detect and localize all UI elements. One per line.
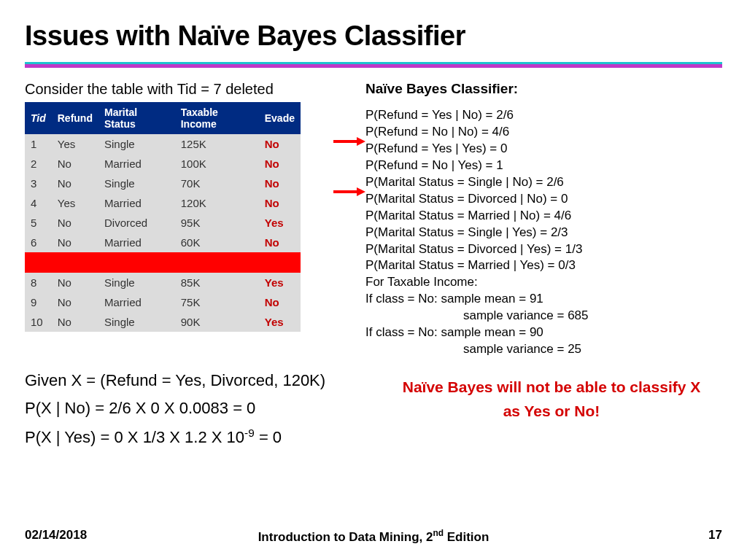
p-yes-exp: -9 [244,427,255,439]
footer: 02/14/2018 Introduction to Data Mining, … [25,528,722,542]
col-tid: Tid [25,102,52,134]
p-yes-suffix: = 0 [255,428,282,446]
nbc-heading: Naïve Bayes Classifier: [365,81,716,97]
table-row: 6NoMarried60KNo [25,233,301,252]
title-divider [25,62,722,68]
prob-line: P(Refund = No | No) = 4/6 [365,124,716,141]
left-column: Consider the table with Tid = 7 deleted … [25,81,346,332]
svg-marker-1 [357,137,365,146]
p-yes-prefix: P(X | Yes) = 0 X 1/3 X 1.2 X 10 [25,428,244,446]
prob-line: P(Marital Status = Divorced | Yes) = 1/3 [365,241,716,258]
prob-line: P(Marital Status = Single | Yes) = 2/3 [365,225,716,241]
p-yes-line: P(X | Yes) = 0 X 1/3 X 1.2 X 10-9 = 0 [25,427,725,447]
table-row: 8NoSingle85KYes [25,273,301,292]
col-marital: Marital Status [98,102,175,134]
prob-line: P(Refund = Yes | No) = 2/6 [365,107,716,124]
data-table: Tid Refund Marital Status Taxable Income… [25,102,301,332]
prob-line: If class = No: sample mean = 91 [365,291,716,308]
table-row [25,252,301,273]
prob-line: sample variance = 685 [365,308,716,324]
warning-text: Naïve Bayes will not be able to classify… [395,376,708,423]
table-row: 5NoDivorced95KYes [25,213,301,233]
col-income: Taxable Income [175,102,259,134]
table-row: 10NoSingle90KYes [25,312,301,332]
table-row: 9NoMarried75KNo [25,292,301,312]
col-evade: Evade [259,102,301,134]
col-refund: Refund [52,102,98,134]
prob-line: P(Marital Status = Married | Yes) = 0/3 [365,257,716,274]
prob-line: For Taxable Income: [365,274,716,291]
svg-marker-3 [357,187,365,196]
slide-title: Issues with Naïve Bayes Classifier [25,20,722,52]
lead-text: Consider the table with Tid = 7 deleted [25,81,346,98]
arrow-icon [333,187,365,197]
table-row: 3NoSingle70KNo [25,174,301,193]
table-row: 2NoMarried100KNo [25,154,301,174]
prob-line: P(Refund = No | Yes) = 1 [365,158,716,174]
table-row: 4YesMarried120KNo [25,193,301,213]
probability-list: P(Refund = Yes | No) = 2/6P(Refund = No … [365,107,716,358]
right-column: Naïve Bayes Classifier: P(Refund = Yes |… [365,81,716,358]
arrow-icon [333,136,365,147]
prob-line: P(Marital Status = Married | No) = 4/6 [365,208,716,225]
prob-line: P(Marital Status = Single | No) = 2/6 [365,174,716,191]
prob-line: sample variance = 25 [365,341,716,358]
table-row: 1YesSingle125KNo [25,134,301,154]
prob-line: P(Marital Status = Divorced | No) = 0 [365,191,716,208]
footer-book: Introduction to Data Mining, 2nd Edition [25,528,722,545]
prob-line: If class = No: sample mean = 90 [365,324,716,341]
prob-line: P(Refund = Yes | Yes) = 0 [365,141,716,158]
